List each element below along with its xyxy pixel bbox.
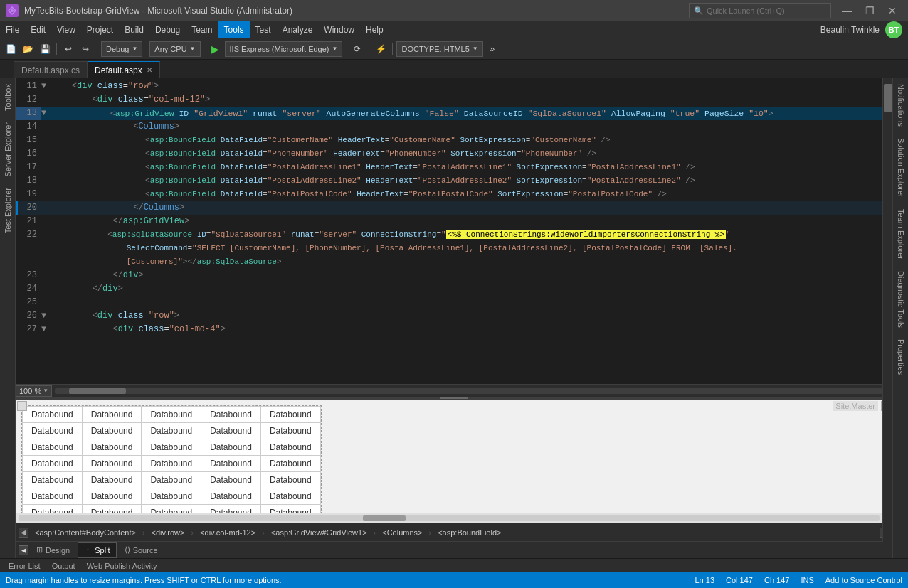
- code-line-23: 23 </div>: [16, 269, 892, 282]
- breadcrumb-item-4[interactable]: <asp:GridView#GridView1>: [266, 526, 372, 539]
- minimize-button[interactable]: —: [837, 4, 857, 18]
- breadcrumb-item-6[interactable]: <asp:BoundField>: [433, 526, 506, 539]
- h-scrollbar-track[interactable]: [55, 388, 889, 394]
- toolbar-separator-2: [97, 43, 97, 55]
- global-vscroll-thumb[interactable]: [884, 84, 892, 112]
- menu-view[interactable]: View: [51, 21, 81, 38]
- menu-test[interactable]: Test: [250, 21, 277, 38]
- menu-build[interactable]: Build: [119, 21, 149, 38]
- split-label: Split: [95, 546, 110, 555]
- collapse-27[interactable]: ▼: [41, 323, 51, 336]
- close-button[interactable]: ✕: [882, 4, 902, 18]
- databound-cell: Databound: [260, 456, 320, 472]
- code-editor[interactable]: 11 ▼ <div class="row"> 12 <div class="co…: [16, 78, 892, 384]
- collapse-26[interactable]: ▼: [41, 309, 51, 323]
- code-line-14: 14 <Columns>: [16, 120, 892, 134]
- databound-cell: Databound: [82, 423, 142, 439]
- tab-label-active: Default.aspx: [95, 65, 142, 75]
- menu-project[interactable]: Project: [81, 21, 119, 38]
- start-button[interactable]: ▶: [208, 41, 223, 57]
- status-mode: INS: [801, 576, 813, 584]
- collapse-11[interactable]: ▼: [41, 80, 51, 93]
- expand-top-btn[interactable]: ▶: [17, 401, 27, 411]
- collapse-13[interactable]: ▼: [41, 107, 51, 120]
- notifications-label[interactable]: Notifications: [894, 78, 908, 132]
- menu-help[interactable]: Help: [360, 21, 389, 38]
- breadcrumb-left-arrow[interactable]: ◀: [19, 528, 28, 538]
- debug-mode-dropdown[interactable]: Debug ▼: [101, 41, 142, 57]
- run-target-dropdown[interactable]: IIS Express (Microsoft Edge) ▼: [225, 41, 343, 57]
- open-button[interactable]: 📂: [20, 41, 36, 57]
- design-icon: ⊞: [36, 545, 43, 555]
- doctype-dropdown[interactable]: DOCTYPE: HTML5 ▼: [396, 41, 482, 57]
- menu-debug[interactable]: Debug: [149, 21, 186, 38]
- add-to-source-control[interactable]: Add to Source Control: [825, 576, 902, 584]
- zoom-dropdown[interactable]: 100 % ▼: [16, 385, 52, 397]
- new-button[interactable]: 📄: [3, 41, 19, 57]
- design-hscroll-thumb[interactable]: [363, 515, 406, 521]
- design-h-scrollbar[interactable]: [16, 513, 882, 523]
- diagnostic-tools-label[interactable]: Diagnostic Tools: [894, 265, 908, 333]
- tab-default-aspx-cs[interactable]: Default.aspx.cs: [14, 61, 88, 78]
- databound-cell: Databound: [82, 407, 142, 423]
- databound-cell: Databound: [260, 423, 320, 439]
- view-tab-design[interactable]: ⊞ Design: [30, 542, 76, 558]
- quick-launch-input[interactable]: [707, 6, 820, 15]
- bottom-tab-output[interactable]: Output: [46, 560, 81, 572]
- code-line-22: 22 <asp:SqlDataSource ID="SqlDataSource1…: [16, 228, 892, 242]
- menu-analyze[interactable]: Analyze: [277, 21, 319, 38]
- view-tab-source[interactable]: ⟨⟩ Source: [118, 542, 164, 558]
- solution-explorer-label[interactable]: Solution Explorer: [894, 132, 908, 203]
- code-line-13: 13 ▼ <asp:GridView ID="GridView1" runat=…: [16, 107, 892, 120]
- databound-cell: Databound: [201, 407, 261, 423]
- status-ch: Ch 147: [764, 576, 789, 584]
- test-explorer-label[interactable]: Test Explorer: [1, 182, 15, 239]
- toolbar-separator-1: [56, 43, 57, 55]
- databound-cell: Databound: [23, 439, 83, 456]
- databound-cell: Databound: [201, 439, 261, 456]
- platform-dropdown[interactable]: Any CPU ▼: [149, 41, 200, 57]
- global-vscrollbar[interactable]: [882, 78, 892, 542]
- menu-tools[interactable]: Tools: [218, 21, 250, 38]
- view-left-arrow[interactable]: ◀: [19, 545, 28, 555]
- breadcrumb-item-3[interactable]: <div.col-md-12>: [195, 526, 260, 539]
- code-line-21: 21 </asp:GridView>: [16, 215, 892, 228]
- restore-button[interactable]: ❐: [860, 4, 880, 18]
- save-button[interactable]: 💾: [37, 41, 53, 57]
- breadcrumb-item-2[interactable]: <div.row>: [147, 526, 190, 539]
- team-explorer-label[interactable]: Team Explorer: [894, 203, 908, 265]
- site-master-label: Site.Master: [833, 401, 878, 411]
- search-icon: 🔍: [694, 6, 704, 16]
- refresh-button[interactable]: ⟳: [349, 41, 365, 57]
- quick-launch-box[interactable]: 🔍: [689, 3, 831, 18]
- bottom-tab-error-list[interactable]: Error List: [3, 560, 46, 572]
- toolbox-label[interactable]: Toolbox: [1, 78, 15, 117]
- databound-cell: Databound: [201, 472, 261, 488]
- close-tab-icon[interactable]: ✕: [147, 66, 152, 74]
- databound-cell: Databound: [142, 439, 201, 456]
- code-line-18: 18 <asp:BoundField DataField="PostalAddr…: [16, 174, 892, 188]
- databound-cell: Databound: [23, 407, 83, 423]
- menu-edit[interactable]: Edit: [25, 21, 51, 38]
- design-hscroll-track[interactable]: [19, 515, 880, 521]
- breadcrumb-item-1[interactable]: <asp:Content#BodyContent>: [30, 526, 141, 539]
- server-explorer-label[interactable]: Server Explorer: [1, 117, 15, 182]
- tab-default-aspx[interactable]: Default.aspx ✕: [88, 61, 160, 78]
- menu-window[interactable]: Window: [318, 21, 360, 38]
- title-bar: MyTecBits-Bootstrap-GridView - Microsoft…: [0, 0, 908, 21]
- breadcrumb-item-5[interactable]: <Columns>: [377, 526, 427, 539]
- bottom-tab-web-publish[interactable]: Web Publish Activity: [81, 560, 163, 572]
- databound-cell: Databound: [260, 472, 320, 488]
- code-line-16: 16 <asp:BoundField DataField="PhoneNumbe…: [16, 147, 892, 161]
- properties-label[interactable]: Properties: [894, 333, 908, 380]
- menu-file[interactable]: File: [0, 21, 25, 38]
- more-button[interactable]: »: [485, 41, 500, 57]
- undo-button[interactable]: ↩: [60, 41, 76, 57]
- h-scrollbar-thumb[interactable]: [69, 388, 126, 394]
- view-tab-split[interactable]: ⋮ Split: [78, 542, 116, 558]
- tab-label: Default.aspx.cs: [21, 65, 80, 75]
- gridview-design-table: DataboundDataboundDataboundDataboundData…: [22, 406, 321, 523]
- attach-button[interactable]: ⚡: [373, 41, 389, 57]
- menu-team[interactable]: Team: [186, 21, 218, 38]
- redo-button[interactable]: ↪: [78, 41, 93, 57]
